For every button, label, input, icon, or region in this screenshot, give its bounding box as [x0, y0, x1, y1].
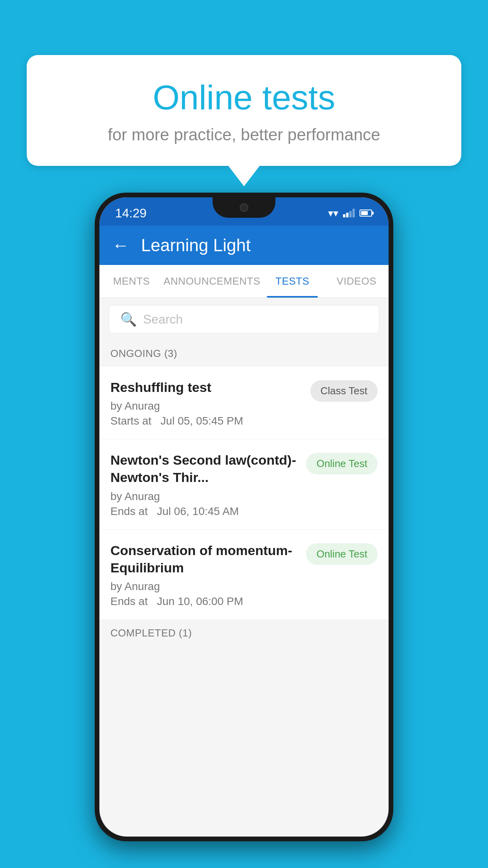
tab-tests[interactable]: TESTS — [261, 265, 325, 298]
tab-announcements[interactable]: ANNOUNCEMENTS — [163, 265, 260, 298]
test-time-2: Ends at Jul 06, 10:45 AM — [110, 505, 298, 518]
test-author-1: by Anurag — [110, 400, 303, 412]
test-item-2[interactable]: Newton's Second law(contd)-Newton's Thir… — [99, 440, 389, 530]
ongoing-label: ONGOING (3) — [110, 348, 177, 359]
ongoing-section-header: ONGOING (3) — [99, 340, 389, 367]
tabs-container: MENTS ANNOUNCEMENTS TESTS VIDEOS — [99, 265, 389, 298]
phone-mockup: 14:29 ▾▾ ← Learning Light — [95, 193, 393, 841]
test-time-3: Ends at Jun 10, 06:00 PM — [110, 595, 298, 608]
wifi-icon: ▾▾ — [328, 207, 338, 219]
test-item-3[interactable]: Conservation of momentum-Equilibrium by … — [99, 530, 389, 620]
status-time: 14:29 — [115, 206, 147, 221]
tab-videos[interactable]: VIDEOS — [325, 265, 389, 298]
test-badge-2: Online Test — [306, 453, 378, 474]
test-badge-3: Online Test — [306, 543, 378, 565]
test-name-1: Reshuffling test — [110, 379, 303, 396]
test-name-3: Conservation of momentum-Equilibrium — [110, 542, 298, 576]
test-list: Reshuffling test by Anurag Starts at Jul… — [99, 367, 389, 620]
test-author-3: by Anurag — [110, 580, 298, 593]
test-info-2: Newton's Second law(contd)-Newton's Thir… — [110, 451, 298, 517]
test-info-3: Conservation of momentum-Equilibrium by … — [110, 542, 298, 608]
bubble-title: Online tests — [46, 79, 442, 117]
tab-ments[interactable]: MENTS — [99, 265, 163, 298]
test-item-1[interactable]: Reshuffling test by Anurag Starts at Jul… — [99, 367, 389, 440]
test-time-1: Starts at Jul 05, 05:45 PM — [110, 415, 303, 427]
phone-screen: 14:29 ▾▾ ← Learning Light — [99, 197, 389, 837]
phone-notch — [213, 197, 275, 218]
test-info-1: Reshuffling test by Anurag Starts at Jul… — [110, 379, 303, 427]
app-bar: ← Learning Light — [99, 226, 389, 265]
camera — [240, 203, 248, 212]
bubble-subtitle: for more practice, better performance — [46, 125, 442, 144]
speech-bubble: Online tests for more practice, better p… — [27, 55, 461, 166]
completed-section-header: COMPLETED (1) — [99, 620, 389, 646]
back-button[interactable]: ← — [112, 235, 129, 255]
search-container: 🔍 Search — [99, 298, 389, 340]
test-author-2: by Anurag — [110, 490, 298, 503]
completed-label: COMPLETED (1) — [110, 627, 192, 639]
search-bar[interactable]: 🔍 Search — [109, 305, 379, 333]
signal-icon — [343, 209, 355, 217]
search-input[interactable]: Search — [143, 312, 183, 327]
test-name-2: Newton's Second law(contd)-Newton's Thir… — [110, 451, 298, 486]
app-title: Learning Light — [141, 235, 251, 255]
status-icons: ▾▾ — [328, 207, 373, 219]
battery-icon — [360, 210, 373, 217]
phone-outer: 14:29 ▾▾ ← Learning Light — [95, 193, 393, 841]
test-badge-1: Class Test — [310, 380, 378, 402]
search-icon: 🔍 — [120, 311, 137, 327]
